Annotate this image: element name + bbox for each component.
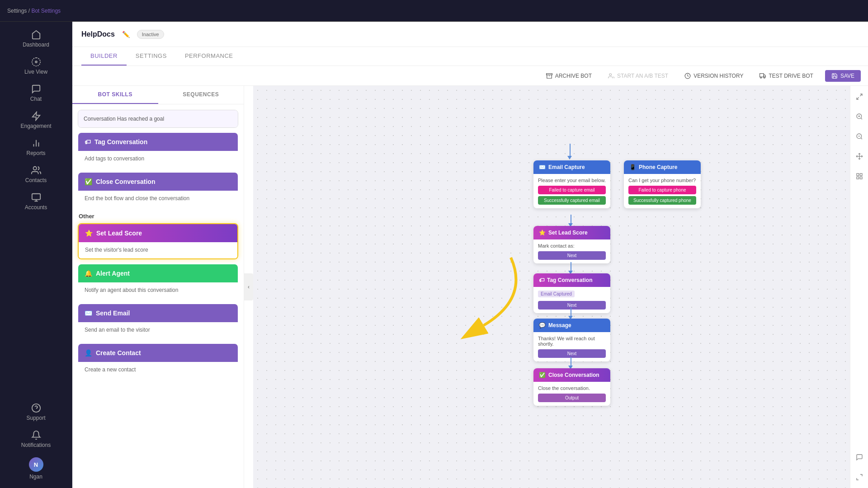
skills-panel: BOT SKILLS SEQUENCES Conversation Has re… xyxy=(72,86,244,488)
toolbar: ARCHIVE BOT START AN A/B TEST VERSION HI… xyxy=(72,66,868,86)
svg-marker-1 xyxy=(32,112,40,120)
flow-canvas[interactable]: ✉️ Email Capture Please enter your email… xyxy=(253,86,868,488)
entry-connector xyxy=(570,144,571,157)
tag-icon: 🏷 xyxy=(85,138,91,145)
email-capture-body: Please enter your email below. Failed to… xyxy=(533,174,610,208)
sidebar: Dashboard Live View Chat Engagement Repo… xyxy=(0,22,72,488)
svg-point-18 xyxy=(764,77,765,78)
zoom-in-button[interactable] xyxy=(852,109,867,124)
message-node-body: Thanks! We will reach out shortly. Next xyxy=(533,332,610,361)
svg-rect-34 xyxy=(857,177,859,179)
svg-line-21 xyxy=(857,97,859,99)
skills-tabs: BOT SKILLS SEQUENCES xyxy=(72,86,244,104)
goal-skill-card[interactable]: Conversation Has reached a goal xyxy=(78,110,238,128)
phone-success-btn[interactable]: Successfully captured phone xyxy=(628,196,696,205)
avatar: N xyxy=(29,457,43,472)
grid-button[interactable] xyxy=(852,169,867,183)
sidebar-item-accounts[interactable]: Accounts xyxy=(0,188,72,215)
close-conversation-card[interactable]: ✅ Close Conversation End the bot flow an… xyxy=(78,172,238,207)
close-output-btn[interactable]: Output xyxy=(538,394,606,402)
save-button[interactable]: SAVE xyxy=(825,70,861,82)
tab-performance[interactable]: PERFORMANCE xyxy=(176,47,242,66)
sidebar-item-live-view[interactable]: Live View xyxy=(0,52,72,80)
star-node-icon: ⭐ xyxy=(539,230,546,236)
tag-node-icon: 🏷 xyxy=(539,277,544,283)
svg-rect-15 xyxy=(760,73,764,77)
alert-agent-header: 🔔 Alert Agent xyxy=(78,264,238,282)
svg-point-0 xyxy=(35,61,37,63)
tag-conversation-card[interactable]: 🏷 Tag Conversation Add tags to conversat… xyxy=(78,132,238,168)
message-next-btn[interactable]: Next xyxy=(538,349,606,358)
close-conv-icon: ✅ xyxy=(539,372,546,378)
sidebar-item-reports[interactable]: Reports xyxy=(0,134,72,161)
comment-button[interactable] xyxy=(852,450,867,465)
email-fail-btn[interactable]: Failed to capture email xyxy=(538,186,606,194)
message-icon: 💬 xyxy=(539,322,546,328)
sidebar-item-dashboard[interactable]: Dashboard xyxy=(0,25,72,52)
sidebar-item-chat[interactable]: Chat xyxy=(0,80,72,107)
tag-conversation-node-body: Email Captured Next xyxy=(533,287,610,313)
phone-fail-btn[interactable]: Failed to capture phone xyxy=(628,186,696,194)
sidebar-item-contacts[interactable]: Contacts xyxy=(0,161,72,188)
close-conversation-node[interactable]: ✅ Close Conversation Close the conversat… xyxy=(533,368,610,406)
phone-capture-header: 📱 Phone Capture xyxy=(624,160,701,174)
svg-line-23 xyxy=(861,118,862,119)
email-success-btn[interactable]: Successfully captured email xyxy=(538,196,606,205)
lead-score-next-btn[interactable]: Next xyxy=(538,251,606,260)
message-node-header: 💬 Message xyxy=(533,319,610,332)
alert-agent-card[interactable]: 🔔 Alert Agent Notify an agent about this… xyxy=(78,264,238,299)
tab-settings[interactable]: SETTINGS xyxy=(127,47,176,66)
svg-rect-6 xyxy=(32,194,40,200)
zoom-out-button[interactable] xyxy=(852,129,867,144)
set-lead-score-node[interactable]: ⭐ Set Lead Score Mark contact as: Next xyxy=(533,226,610,263)
archive-bot-button[interactable]: ARCHIVE BOT xyxy=(542,70,596,82)
breadcrumb: Settings / Bot Settings xyxy=(7,8,61,14)
set-lead-score-node-body: Mark contact as: Next xyxy=(533,239,610,263)
fit-screen-button[interactable] xyxy=(852,470,867,484)
svg-point-17 xyxy=(760,77,762,78)
svg-rect-11 xyxy=(546,73,552,75)
email-capture-header: ✉️ Email Capture xyxy=(533,160,610,174)
create-contact-card[interactable]: 👤 Create Contact Create a new contact xyxy=(78,343,238,379)
sequences-tab[interactable]: SEQUENCES xyxy=(158,86,244,104)
close-conversation-body: End the bot flow and close the conversat… xyxy=(78,191,238,207)
content-area: HelpDocs ✏️ Inactive BUILDER SETTINGS PE… xyxy=(72,22,868,488)
svg-point-5 xyxy=(33,167,36,170)
set-lead-score-node-header: ⭐ Set Lead Score xyxy=(533,226,610,239)
person-add-icon: 👤 xyxy=(85,349,92,357)
tag-conversation-node-header: 🏷 Tag Conversation xyxy=(533,273,610,287)
send-email-card[interactable]: ✉️ Send Email Send an email to the visit… xyxy=(78,304,238,339)
email-capture-node[interactable]: ✉️ Email Capture Please enter your email… xyxy=(533,160,610,208)
email-captured-tag: Email Captured xyxy=(538,291,575,297)
tab-builder[interactable]: BUILDER xyxy=(81,47,127,66)
sidebar-item-user[interactable]: N Ngan xyxy=(0,453,72,484)
phone-capture-body: Can I get your phone number? Failed to c… xyxy=(624,174,701,208)
version-history-button[interactable]: VERSION HISTORY xyxy=(680,70,748,82)
other-section-label: Other xyxy=(78,213,238,220)
tab-bar: BUILDER SETTINGS PERFORMANCE xyxy=(72,47,868,66)
bell-icon: 🔔 xyxy=(85,270,92,277)
sidebar-item-engagement[interactable]: Engagement xyxy=(0,107,72,134)
set-lead-score-card[interactable]: ⭐ Set Lead Score Set the visitor's lead … xyxy=(78,223,238,259)
entry-arrow xyxy=(567,156,572,160)
phone-capture-node[interactable]: 📱 Phone Capture Can I get your phone num… xyxy=(624,160,701,208)
panel-collapse-button[interactable]: ‹ xyxy=(244,273,253,300)
send-email-header: ✉️ Send Email xyxy=(78,304,238,322)
phone-icon: 📱 xyxy=(629,164,636,170)
sidebar-item-notifications[interactable]: Notifications xyxy=(0,426,72,453)
tag-conversation-node[interactable]: 🏷 Tag Conversation Email Captured Next xyxy=(533,273,610,313)
fullscreen-button[interactable] xyxy=(852,89,867,104)
builder-area: BOT SKILLS SEQUENCES Conversation Has re… xyxy=(72,86,868,488)
edit-icon[interactable]: ✏️ xyxy=(122,31,130,38)
sidebar-item-support[interactable]: Support xyxy=(0,399,72,426)
move-button[interactable] xyxy=(852,149,867,164)
ab-test-button[interactable]: START AN A/B TEST xyxy=(604,70,673,82)
content-header: HelpDocs ✏️ Inactive xyxy=(72,22,868,47)
test-drive-button[interactable]: TEST DRIVE BOT xyxy=(755,70,817,82)
chevron-left-icon: ‹ xyxy=(248,284,250,290)
message-node[interactable]: 💬 Message Thanks! We will reach out shor… xyxy=(533,319,610,361)
bot-skills-tab[interactable]: BOT SKILLS xyxy=(72,86,158,104)
svg-rect-33 xyxy=(860,177,862,179)
tag-next-btn[interactable]: Next xyxy=(538,301,606,310)
close-conversation-header: ✅ Close Conversation xyxy=(78,173,238,191)
